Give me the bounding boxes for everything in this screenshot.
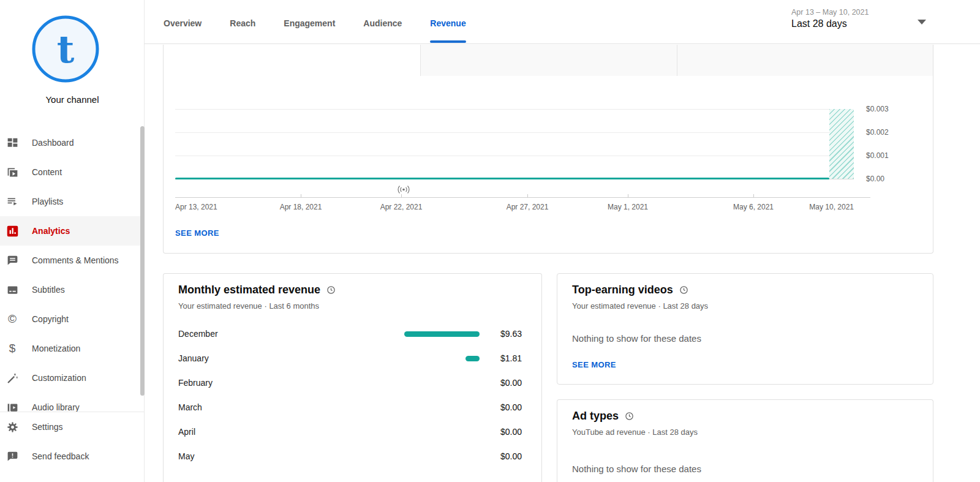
y-axis-label: $0.001 xyxy=(866,151,903,160)
sidebar-item-customization[interactable]: Customization xyxy=(0,363,145,393)
sidebar-item-label: Content xyxy=(32,167,62,177)
card-subtitle: Your estimated revenue · Last 28 days xyxy=(572,301,708,311)
metric-tab-2[interactable] xyxy=(420,45,676,76)
month-value: $9.63 xyxy=(500,329,522,339)
empty-state-text: Nothing to show for these dates xyxy=(572,333,701,344)
month-bar xyxy=(404,331,480,337)
x-axis-tick xyxy=(301,194,301,197)
x-axis-tick xyxy=(628,194,628,197)
revenue-chart-card: $0.003 $0.002 $0.001 $0.00 Apr 13, 2021 … xyxy=(163,45,933,254)
youtube-studio-analytics-page: t Your channel Dashboard Content xyxy=(0,0,980,482)
month-label: May xyxy=(178,451,194,461)
month-label: January xyxy=(178,353,209,363)
month-value: $0.00 xyxy=(500,402,522,412)
card-subtitle: YouTube ad revenue · Last 28 days xyxy=(572,427,698,437)
copyright-icon: © xyxy=(5,312,20,326)
month-label: February xyxy=(178,378,213,388)
sidebar-item-label: Analytics xyxy=(32,226,70,236)
sidebar-item-settings[interactable]: Settings xyxy=(0,412,145,442)
channel-avatar[interactable]: t xyxy=(31,15,100,83)
customization-icon xyxy=(5,371,20,385)
live-broadcast-icon xyxy=(396,185,411,194)
month-value: $0.00 xyxy=(500,427,522,437)
gridline xyxy=(175,132,854,133)
date-range-selector[interactable]: Apr 13 – May 10, 2021 Last 28 days xyxy=(791,8,932,29)
x-axis-label: Apr 13, 2021 xyxy=(175,203,217,211)
x-axis-line xyxy=(175,197,870,198)
analytics-icon xyxy=(5,224,20,238)
sidebar-item-subtitles[interactable]: Subtitles xyxy=(0,275,145,304)
sidebar-nav: Dashboard Content Playlists Analytics xyxy=(0,128,145,412)
x-axis-label: May 6, 2021 xyxy=(733,203,774,211)
metric-tab-selected[interactable] xyxy=(164,45,420,76)
sidebar-item-dashboard[interactable]: Dashboard xyxy=(0,128,145,157)
top-earning-videos-card: Top-earning videos Your estimated revenu… xyxy=(557,273,933,385)
x-axis-tick xyxy=(753,194,754,197)
clock-icon xyxy=(326,285,336,295)
tab-audience[interactable]: Audience xyxy=(363,0,402,44)
month-row: February $0.00 xyxy=(164,371,541,395)
revenue-line xyxy=(175,178,829,179)
content-icon xyxy=(5,165,20,179)
empty-state-text: Nothing to show for these dates xyxy=(572,464,701,474)
card-subtitle: Your estimated revenue · Last 6 months xyxy=(178,301,319,311)
y-axis-label: $0.00 xyxy=(866,175,903,183)
svg-text:t: t xyxy=(57,27,75,72)
x-axis-label: May 1, 2021 xyxy=(608,203,648,211)
sidebar-item-analytics[interactable]: Analytics xyxy=(0,216,145,246)
sidebar-item-label: Monetization xyxy=(32,344,80,353)
comments-icon xyxy=(5,253,20,268)
dashboard-icon xyxy=(5,135,20,150)
channel-label: Your channel xyxy=(0,94,145,105)
tab-reach[interactable]: Reach xyxy=(230,0,255,44)
month-row: January $1.81 xyxy=(164,346,541,371)
subtitles-icon xyxy=(5,282,20,297)
active-tab-underline xyxy=(430,40,466,43)
sidebar-item-audio-library[interactable]: Audio library xyxy=(0,393,145,412)
partial-data-hatch xyxy=(829,109,854,179)
chevron-down-icon[interactable] xyxy=(918,20,926,24)
card-title: Ad types xyxy=(572,410,634,423)
sidebar-scrollbar[interactable] xyxy=(140,126,145,396)
sidebar-item-copyright[interactable]: © Copyright xyxy=(0,304,145,334)
y-axis-label: $0.002 xyxy=(866,128,903,137)
sidebar-item-label: Settings xyxy=(32,422,63,432)
gridline xyxy=(175,156,854,156)
sidebar-item-label: Send feedback xyxy=(32,451,89,461)
sidebar: t Your channel Dashboard Content xyxy=(0,0,145,482)
month-value: $0.00 xyxy=(500,378,522,388)
sidebar-item-send-feedback[interactable]: Send feedback xyxy=(0,442,145,471)
sidebar-item-monetization[interactable]: $ Monetization xyxy=(0,334,145,363)
month-label: December xyxy=(178,329,218,339)
metric-tab-3[interactable] xyxy=(677,45,933,76)
channel-avatar-icon: t xyxy=(31,15,100,83)
sidebar-item-playlists[interactable]: Playlists xyxy=(0,187,145,216)
month-value: $0.00 xyxy=(500,451,522,461)
top-header: Overview Reach Engagement Audience Reven… xyxy=(145,0,980,44)
x-axis-label: Apr 22, 2021 xyxy=(380,203,423,211)
sidebar-item-label: Copyright xyxy=(32,314,69,324)
month-row: December $9.63 xyxy=(164,322,541,346)
x-axis-label: May 10, 2021 xyxy=(809,203,854,211)
x-axis-label: Apr 18, 2021 xyxy=(280,203,322,211)
sidebar-item-label: Customization xyxy=(32,373,86,383)
month-row: April $0.00 xyxy=(164,420,541,444)
settings-icon xyxy=(5,420,20,434)
tab-revenue[interactable]: Revenue xyxy=(430,0,466,44)
sidebar-item-content[interactable]: Content xyxy=(0,157,145,187)
tab-engagement[interactable]: Engagement xyxy=(284,0,335,44)
sidebar-item-label: Playlists xyxy=(32,197,63,206)
sidebar-footer: Settings Send feedback xyxy=(0,412,145,471)
chart-see-more-link[interactable]: SEE MORE xyxy=(175,228,219,238)
clock-icon xyxy=(625,412,634,421)
sidebar-item-label: Subtitles xyxy=(32,285,65,295)
playlists-icon xyxy=(5,194,20,209)
top-earning-see-more-link[interactable]: SEE MORE xyxy=(572,360,616,369)
sidebar-item-label: Comments & Mentions xyxy=(32,255,119,265)
sidebar-item-comments[interactable]: Comments & Mentions xyxy=(0,246,145,275)
analytics-tabs: Overview Reach Engagement Audience Reven… xyxy=(164,0,466,44)
tab-overview[interactable]: Overview xyxy=(164,0,202,44)
month-row: March $0.00 xyxy=(164,395,541,420)
monthly-revenue-card: Monthly estimated revenue Your estimated… xyxy=(163,273,542,482)
feedback-icon xyxy=(5,449,20,464)
